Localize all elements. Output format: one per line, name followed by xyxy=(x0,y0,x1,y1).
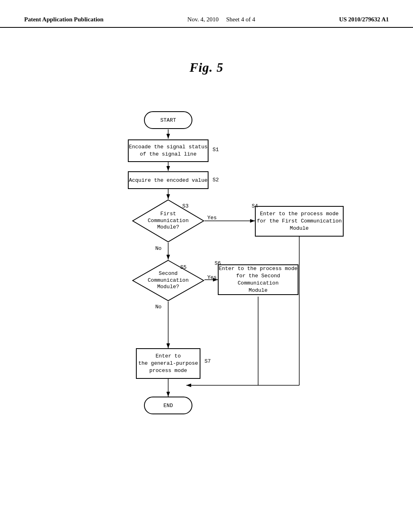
s5-no-label: No xyxy=(155,304,162,310)
s4-process: Enter to the process mode for the First … xyxy=(255,206,344,237)
s5-decision: Second Communication Module? xyxy=(132,260,204,301)
s5-label: S5 xyxy=(180,264,187,270)
header-date: Nov. 4, 2010 xyxy=(188,16,219,23)
header-publication-label: Patent Application Publication xyxy=(24,16,104,23)
header-patent-number: US 2010/279632 A1 xyxy=(339,16,389,23)
s7-label: S7 xyxy=(204,358,211,364)
s3-label: S3 xyxy=(182,203,189,209)
s3-no-label: No xyxy=(155,245,162,251)
s4-text: Enter to the process mode for the First … xyxy=(257,210,342,233)
s2-label: S2 xyxy=(213,177,219,183)
s6-label: S6 xyxy=(215,260,221,266)
s2-text: Acquire the encoded value xyxy=(129,177,207,183)
s3-yes-label: Yes xyxy=(207,215,217,221)
header-sheet: Sheet 4 of 4 xyxy=(226,16,255,23)
s5-yes-label: Yes xyxy=(207,274,217,281)
page-header: Patent Application Publication Nov. 4, 2… xyxy=(0,0,413,28)
flowchart: START Encoade the signal status of the s… xyxy=(61,91,352,454)
s1-label: S1 xyxy=(213,147,219,153)
s3-text: First Communication Module? xyxy=(148,211,188,231)
s7-process: Enter to the general-purpose process mod… xyxy=(136,348,200,379)
s6-text: Enter to the process mode for the Second… xyxy=(219,265,298,295)
figure-title: Fig. 5 xyxy=(0,60,413,75)
end-label: END xyxy=(163,403,173,409)
s2-process: Acquire the encoded value xyxy=(128,171,209,189)
s7-text: Enter to the general-purpose process mod… xyxy=(138,353,198,375)
s3-decision: First Communication Module? xyxy=(132,199,204,243)
s5-text: Second Communication Module? xyxy=(148,270,188,291)
header-date-sheet: Nov. 4, 2010 Sheet 4 of 4 xyxy=(188,16,255,23)
end-terminal: END xyxy=(144,397,192,414)
s1-text: Encoade the signal status of the signal … xyxy=(129,143,207,158)
start-label: START xyxy=(160,117,176,123)
start-terminal: START xyxy=(144,111,192,129)
s6-process: Enter to the process mode for the Second… xyxy=(218,264,298,295)
s4-label: S4 xyxy=(252,203,258,209)
s1-process: Encoade the signal status of the signal … xyxy=(128,139,209,162)
